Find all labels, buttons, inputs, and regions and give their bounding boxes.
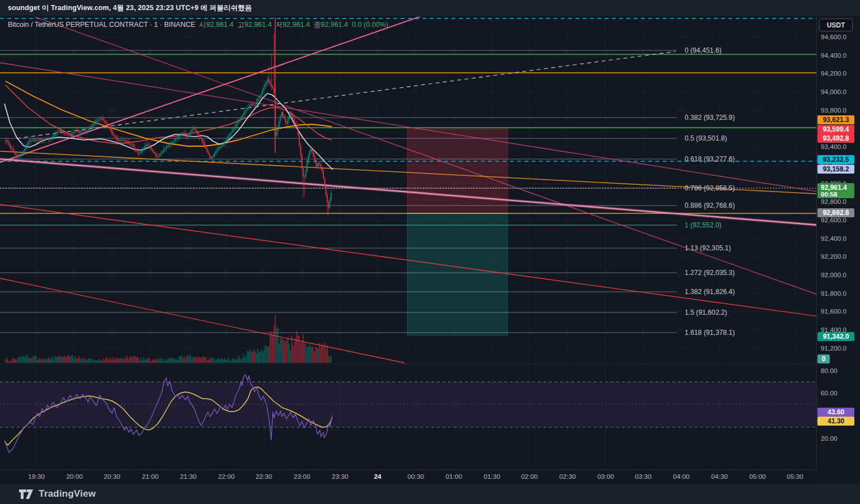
time-tick: 22:30 xyxy=(255,473,272,480)
time-tick: 04:00 xyxy=(673,473,690,480)
time-tick: 02:30 xyxy=(559,473,576,480)
time-tick: 21:00 xyxy=(142,473,159,480)
fib-level-label[interactable]: 0.886 (92,768.6) xyxy=(685,202,735,209)
ohlc-values: 시92,961.4고92,961.4저92,961.4종92,961.4 xyxy=(196,21,348,29)
price-tick: 94,600.0 xyxy=(821,33,847,41)
publish-text: soundget 이 TradingView.com, 4월 23, 2025 … xyxy=(8,3,252,13)
fib-level-label[interactable]: 1.618 (91,378.1) xyxy=(685,329,735,337)
tradingview-logo-icon xyxy=(18,489,34,500)
time-axis[interactable]: 19:3020:0020:3021:0021:3022:0022:3023:00… xyxy=(0,469,816,484)
price-tick: 94,200.0 xyxy=(821,69,847,77)
price-tick: 20.00 xyxy=(821,435,838,442)
fib-level-label[interactable]: 1.5 (91,602.2) xyxy=(685,309,727,316)
fib-level-label[interactable]: 1 (92,552.0) xyxy=(685,221,722,229)
time-tick: 03:00 xyxy=(597,473,614,480)
ohlc-value: 92,961.4 xyxy=(321,21,348,29)
price-tick: 93,400.0 xyxy=(821,143,847,151)
symbol-title[interactable]: Bitcoin / TetherUS PERPETUAL CONTRACT · … xyxy=(8,21,196,29)
time-tick: 01:30 xyxy=(484,473,500,480)
fib-level-label[interactable]: 0 (94,451.6) xyxy=(685,46,722,54)
price-tick: 92,400.0 xyxy=(821,235,847,242)
time-tick: 02:00 xyxy=(521,473,538,480)
ohlc-value: 92,961.4 xyxy=(244,21,272,29)
time-tick: 03:30 xyxy=(635,473,652,480)
ohlc-value: 92,961.4 xyxy=(282,21,310,29)
chart-canvas[interactable] xyxy=(0,16,860,484)
price-badge: 92,961.400:58 xyxy=(817,183,854,198)
fib-level-label[interactable]: 1.272 (92,035.3) xyxy=(685,269,735,277)
ohlc-label: 종 xyxy=(314,21,321,29)
price-tick: 91,200.0 xyxy=(821,344,847,352)
price-badge: 93,492.8 xyxy=(817,134,854,143)
ohlc-legend: Bitcoin / TetherUS PERPETUAL CONTRACT · … xyxy=(8,20,388,30)
ohlc-label: 고 xyxy=(238,21,245,29)
price-badge: 93,599.4 xyxy=(817,125,854,134)
price-tick: 94,400.0 xyxy=(821,52,847,59)
time-tick: 05:00 xyxy=(749,473,766,480)
time-tick: 22:00 xyxy=(218,473,235,480)
tradingview-screenshot: soundget 이 TradingView.com, 4월 23, 2025 … xyxy=(0,0,860,504)
time-tick: 05:30 xyxy=(787,473,803,480)
price-badge: 93,158.2 xyxy=(817,165,854,174)
price-badge: 92,692.6 xyxy=(817,208,854,217)
fib-level-label[interactable]: 0.5 (93,501.8) xyxy=(685,134,727,142)
time-tick: 23:00 xyxy=(294,473,310,480)
price-tick: 60.00 xyxy=(821,389,838,397)
price-badge: 91,342.0 xyxy=(817,332,854,341)
footer-bar: TradingView xyxy=(0,484,860,504)
change-value: 0.0 (0.00%) xyxy=(352,21,388,29)
ohlc-label: 저 xyxy=(276,21,283,29)
ohlc-label: 시 xyxy=(199,21,207,29)
price-tick: 92,800.0 xyxy=(821,198,847,206)
time-tick: 20:00 xyxy=(66,473,83,480)
price-badge: 43.60 xyxy=(817,408,854,417)
price-tick: 80.00 xyxy=(821,367,838,375)
price-tick: 93,800.0 xyxy=(821,106,847,114)
fib-level-label[interactable]: 0.618 (93,277.6) xyxy=(685,155,735,163)
ohlc-value: 92,961.4 xyxy=(206,21,234,29)
publish-bar: soundget 이 TradingView.com, 4월 23, 2025 … xyxy=(0,0,860,16)
price-tick: 94,000.0 xyxy=(821,88,847,96)
fib-level-label[interactable]: 1.13 (92,305.1) xyxy=(685,244,731,252)
time-tick: 04:30 xyxy=(711,473,728,480)
price-badge: 93,232.5 xyxy=(817,155,854,164)
time-tick: 00:30 xyxy=(407,473,424,480)
time-tick: 01:00 xyxy=(445,473,462,480)
price-tick: 91,800.0 xyxy=(821,290,847,297)
time-tick: 23:30 xyxy=(332,473,348,480)
time-tick: 20:30 xyxy=(104,473,120,480)
price-axis[interactable]: USDT 94,600.094,400.094,200.094,000.093,… xyxy=(816,16,860,469)
time-tick: 24 xyxy=(374,473,381,480)
fib-level-label[interactable]: 0.382 (93,725.9) xyxy=(685,114,735,122)
price-badge: 93,621.3 xyxy=(817,115,854,124)
price-tick: 92,200.0 xyxy=(821,253,847,260)
price-tick: 92,600.0 xyxy=(821,216,847,224)
price-badge: 41.30 xyxy=(817,417,854,426)
time-tick: 19:30 xyxy=(28,473,45,480)
currency-toggle-button[interactable]: USDT xyxy=(819,18,853,31)
fib-level-label[interactable]: 0.786 (92,958.5) xyxy=(685,184,735,192)
fib-level-label[interactable]: 1.382 (91,826.4) xyxy=(685,288,735,296)
price-badge: 0 xyxy=(817,354,830,363)
tradingview-logo-text[interactable]: TradingView xyxy=(39,488,96,500)
price-tick: 91,600.0 xyxy=(821,307,847,315)
price-tick: 92,000.0 xyxy=(821,271,847,279)
time-tick: 21:30 xyxy=(180,473,197,480)
